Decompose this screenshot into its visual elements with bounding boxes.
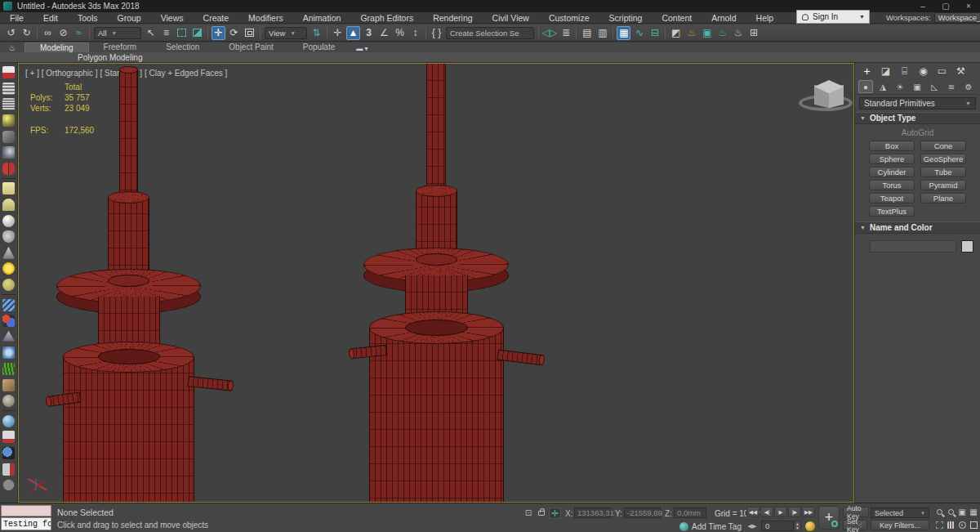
absolute-mode-transform-icon[interactable]: ✛	[549, 507, 561, 519]
space-warps-category-icon[interactable]: ≋	[944, 80, 959, 93]
menu-graph-editors[interactable]: Graph Editors	[350, 12, 423, 24]
model-right-collar[interactable]	[416, 190, 457, 256]
menu-modifiers[interactable]: Modifiers	[238, 12, 293, 24]
ribbon-tab-populate[interactable]: Populate	[288, 42, 350, 52]
restore-button[interactable]: ▢	[934, 2, 957, 11]
spinner-snap-icon[interactable]: ↕	[408, 26, 422, 40]
sphere-button[interactable]: Sphere	[869, 154, 915, 164]
z-coord-field[interactable]: 0,0mm	[674, 507, 706, 518]
menu-views[interactable]: Views	[151, 12, 194, 24]
selection-filter-dropdown[interactable]: All ▼	[94, 27, 141, 39]
isolate-selection-icon[interactable]: ⊡	[523, 507, 534, 518]
model-left-drum[interactable]	[63, 356, 194, 503]
key-filters-button[interactable]: Key Filters...	[871, 520, 929, 530]
mirror-icon[interactable]: ◁▷	[542, 26, 557, 40]
snap-toggle-3d-icon[interactable]: 3	[362, 26, 376, 40]
lights-category-icon[interactable]: ☀	[893, 80, 907, 93]
box-primitive-icon[interactable]	[2, 182, 15, 194]
night-mode-icon[interactable]	[2, 146, 15, 159]
redo-icon[interactable]: ↻	[20, 26, 33, 40]
zoom-extents-icon[interactable]: ▣	[956, 507, 968, 517]
model-right-mast[interactable]	[426, 64, 446, 190]
motion-tab-icon[interactable]: ◉	[915, 65, 932, 78]
pan-hand-icon[interactable]	[945, 520, 956, 530]
material-editor-icon[interactable]: ◩	[669, 26, 683, 40]
current-frame-field[interactable]: 0	[761, 521, 794, 531]
tube-button[interactable]: Tube	[920, 167, 966, 177]
object-color-swatch[interactable]	[961, 240, 973, 253]
menu-help[interactable]: Help	[746, 12, 784, 24]
auto-key-button[interactable]: Auto Key	[843, 507, 869, 517]
menu-create[interactable]: Create	[194, 12, 239, 24]
close-button[interactable]: ×	[957, 2, 980, 11]
select-object-icon[interactable]: ↖	[144, 26, 158, 40]
stereo-glasses-icon[interactable]	[2, 163, 15, 175]
minimize-button[interactable]: –	[911, 2, 934, 11]
disc-icon[interactable]	[2, 279, 15, 291]
ribbon-toggle-icon[interactable]: ▦	[617, 26, 630, 40]
document-icon[interactable]	[2, 463, 15, 476]
go-to-end-button[interactable]: ▶▶	[802, 507, 815, 517]
mesh-pyramid-icon[interactable]	[2, 331, 15, 343]
model-right-drum[interactable]	[369, 327, 504, 503]
sign-in-button[interactable]: Sign In ▼	[796, 10, 870, 24]
object-name-field[interactable]	[870, 240, 956, 253]
rectangular-selection-region-icon[interactable]	[175, 26, 189, 40]
render-in-cloud-icon[interactable]: ♨	[731, 26, 745, 40]
unlink-selection-icon[interactable]: ⊘	[56, 26, 70, 40]
macro-recorder-field[interactable]	[1, 505, 51, 516]
menu-group[interactable]: Group	[108, 12, 151, 24]
named-selection-set-combobox[interactable]: Create Selection Se	[446, 27, 534, 39]
edit-named-selection-sets-icon[interactable]: { }	[430, 26, 443, 40]
light-lister-icon[interactable]	[2, 83, 15, 95]
select-and-move-icon[interactable]: ✛	[212, 26, 225, 40]
fur-icon[interactable]	[2, 379, 15, 391]
render-presets-icon[interactable]: ⊞	[746, 26, 760, 40]
geometry-category-icon[interactable]: ●	[858, 80, 873, 93]
render-production-icon[interactable]: ♨	[715, 26, 729, 40]
maxscript-listener-field[interactable]: Testing for i	[1, 517, 51, 530]
clipboard-icon[interactable]	[2, 431, 15, 443]
textplus-button[interactable]: TextPlus	[869, 206, 915, 217]
key-filter-icon[interactable]: ⁖	[855, 521, 865, 530]
help-icon[interactable]	[2, 479, 15, 491]
menu-customize[interactable]: Customize	[539, 12, 599, 24]
menu-rendering[interactable]: Rendering	[423, 12, 482, 24]
y-coord-field[interactable]: -21559,69	[624, 507, 661, 518]
create-tab-icon[interactable]: +	[858, 65, 875, 78]
camera-light-icon[interactable]	[2, 131, 15, 143]
sun-icon[interactable]	[2, 262, 15, 275]
molecule-icon[interactable]	[2, 315, 15, 327]
geosphere-button[interactable]: GeoSphere	[920, 154, 966, 164]
percent-snap-icon[interactable]: %	[393, 26, 407, 40]
ribbon-tab-selection[interactable]: Selection	[151, 42, 214, 52]
reference-coordinate-dropdown[interactable]: View ▼	[265, 27, 307, 39]
viewport[interactable]: [ + ] [ Orthographic ] [ Standard ] [ Cl…	[18, 63, 854, 503]
play-button[interactable]: ▶	[774, 507, 787, 517]
autogrid-checkbox[interactable]: AutoGrid	[855, 124, 980, 139]
go-to-start-button[interactable]: ◀◀	[746, 507, 760, 517]
bind-to-space-warp-icon[interactable]: ≈	[72, 26, 86, 40]
sphere-primitive-icon[interactable]	[2, 215, 15, 227]
scene-list-icon[interactable]	[2, 98, 15, 110]
set-keys-button[interactable]: +	[818, 506, 840, 530]
sphere-box-icon[interactable]	[2, 447, 15, 459]
schematic-view-icon[interactable]: ⊟	[648, 26, 662, 40]
menu-arnold[interactable]: Arnold	[702, 12, 746, 24]
ribbon-display-dropdown-icon[interactable]: ▬ ▾	[356, 45, 368, 52]
polygon-modeling-panel[interactable]: Polygon Modeling	[78, 53, 143, 62]
light-paint-icon[interactable]	[2, 114, 15, 127]
menu-tools[interactable]: Tools	[68, 12, 108, 24]
rendered-frame-window-icon[interactable]: ▣	[700, 26, 714, 40]
ribbon-tab-modeling[interactable]: Modeling	[24, 42, 89, 52]
systems-category-icon[interactable]: ⚙	[961, 80, 976, 93]
select-and-link-icon[interactable]: ∞	[41, 26, 55, 40]
align-icon[interactable]: ≣	[559, 26, 572, 40]
shapes-category-icon[interactable]: ◮	[875, 80, 890, 93]
curve-editor-icon[interactable]: ∿	[632, 26, 646, 40]
menu-civil-view[interactable]: Civil View	[483, 12, 539, 24]
keyboard-shortcut-override-icon[interactable]: ▲	[346, 26, 360, 40]
zoom-region-icon[interactable]	[933, 520, 945, 530]
render-setup-icon[interactable]: ♨	[684, 26, 698, 40]
model-left-collar[interactable]	[108, 197, 149, 279]
